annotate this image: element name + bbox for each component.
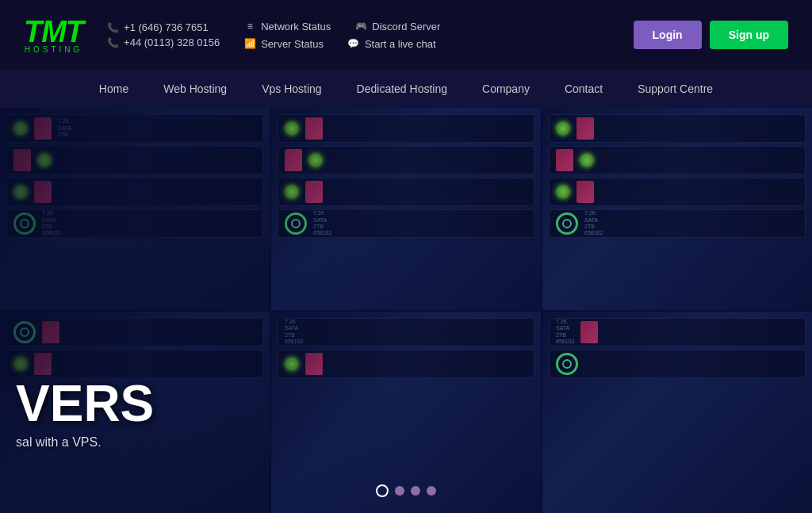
server-rack-5: 7.2KSATA2TB658102 [271, 312, 541, 514]
carousel-dot-1[interactable] [376, 484, 389, 497]
carousel-dot-3[interactable] [411, 486, 420, 496]
live-chat-link[interactable]: 💬 Start a live chat [347, 37, 436, 50]
top-nav-links: ≡ Network Status 🎮 Discord Server 📶 Serv… [243, 20, 440, 50]
server-rack-6: 7.2KSATA2TB658102 [542, 312, 812, 514]
hero-title: VERS [16, 378, 154, 429]
contact-info: 📞 +1 (646) 736 7651 📞 +44 (0113) 328 015… [107, 21, 220, 48]
signup-button[interactable]: Sign up [710, 21, 788, 49]
network-status-icon: ≡ [243, 20, 256, 33]
hero-subtitle: sal with a VPS. [16, 435, 154, 450]
phone-2-text: +44 (0113) 328 0156 [124, 36, 220, 48]
nav-home[interactable]: Home [82, 70, 146, 108]
login-button[interactable]: Login [634, 21, 702, 49]
logo-hosting: HOSTING [25, 45, 83, 54]
nav-dedicated-hosting[interactable]: Dedicated Hosting [339, 70, 465, 108]
carousel-dots [376, 484, 436, 497]
phone-icon-1: 📞 [107, 22, 119, 33]
server-rack-2: 7.2KSATA2TB658102 [271, 108, 541, 310]
nav-support-centre[interactable]: Support Centre [620, 70, 730, 108]
nav-vps-hosting[interactable]: Vps Hosting [244, 70, 339, 108]
nav-company[interactable]: Company [465, 70, 547, 108]
network-status-label: Network Status [261, 21, 331, 33]
phone-1-text: +1 (646) 736 7651 [124, 21, 209, 33]
hero-section: 7.2KSATA2TB 7.2KSATA2TB658102 7.2KSATA2T… [0, 108, 812, 513]
server-status-icon: 📶 [243, 37, 256, 50]
discord-icon: 🎮 [354, 20, 367, 33]
hero-content: VERS sal with a VPS. [16, 378, 154, 450]
server-status-link[interactable]: 📶 Server Status [243, 37, 324, 50]
live-chat-icon: 💬 [347, 37, 360, 50]
server-rack-1: 7.2KSATA2TB 7.2KSATA2TB658102 [0, 108, 270, 310]
nav-web-hosting[interactable]: Web Hosting [146, 70, 244, 108]
phone-1[interactable]: 📞 +1 (646) 736 7651 [107, 21, 220, 33]
hero-background: 7.2KSATA2TB 7.2KSATA2TB658102 7.2KSATA2T… [0, 108, 812, 513]
discord-server-link[interactable]: 🎮 Discord Server [354, 20, 440, 33]
phone-2[interactable]: 📞 +44 (0113) 328 0156 [107, 36, 220, 48]
nav-bar: Home Web Hosting Vps Hosting Dedicated H… [0, 70, 812, 108]
discord-label: Discord Server [372, 21, 440, 33]
top-bar: TMT HOSTING 📞 +1 (646) 736 7651 📞 +44 (0… [0, 0, 812, 70]
carousel-dot-4[interactable] [427, 486, 436, 496]
live-chat-label: Start a live chat [365, 38, 436, 50]
nav-contact[interactable]: Contact [547, 70, 620, 108]
auth-buttons: Login Sign up [634, 21, 788, 49]
phone-icon-2: 📞 [107, 37, 119, 48]
server-status-label: Server Status [261, 38, 324, 50]
server-rack-3: 7.2KSATA2TB658102 [542, 108, 812, 310]
logo-tmt: TMT [24, 17, 83, 47]
logo: TMT HOSTING [24, 17, 83, 54]
logo-area: TMT HOSTING [24, 17, 83, 54]
network-status-link[interactable]: ≡ Network Status [243, 20, 331, 33]
carousel-dot-2[interactable] [395, 486, 404, 496]
